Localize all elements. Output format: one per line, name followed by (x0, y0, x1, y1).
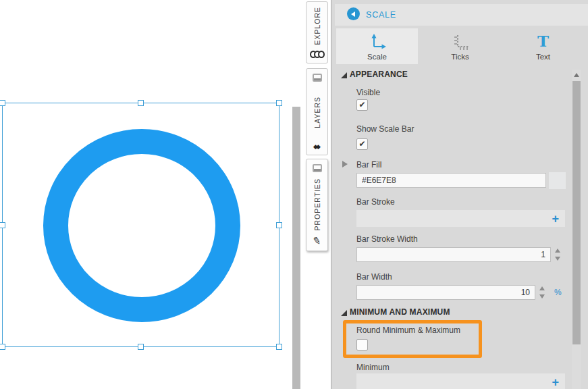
bar-width-unit: % (554, 288, 562, 297)
stepper-down-icon[interactable] (553, 255, 563, 262)
round-min-max-checkbox[interactable] (356, 339, 368, 351)
selection-handle-bottom-right[interactable] (276, 344, 282, 350)
bar-stroke-width-stepper (553, 247, 563, 262)
side-tabstrip: EXPLORE LAYERS ◆◆ PROPERTIES ✎ (305, 0, 331, 389)
selection-handle-bottom-left[interactable] (0, 344, 5, 350)
selection-handle-top-right[interactable] (276, 100, 282, 106)
bar-stroke-label: Bar Stroke (356, 197, 395, 207)
selection-handle-middle-left[interactable] (0, 222, 5, 228)
explore-reel-icon (310, 51, 325, 58)
pencil-icon: ✎ (312, 236, 322, 247)
tab-ticks[interactable]: Ticks (419, 28, 501, 64)
collapse-triangle-icon[interactable] (341, 310, 347, 316)
stepper-up-icon[interactable] (537, 285, 547, 292)
minimum-label: Minimum (356, 363, 390, 372)
tab-scale-label: Scale (367, 53, 387, 61)
show-scale-bar-checkbox[interactable]: ✔ (356, 138, 368, 150)
section-minmax-title[interactable]: MINIMUM AND MAXIMUM (350, 307, 450, 317)
ticks-axis-icon (450, 32, 471, 51)
add-minimum-button[interactable]: + (552, 376, 559, 388)
check-icon: ✔ (358, 100, 365, 110)
section-appearance-title[interactable]: APPEARANCE (350, 70, 408, 79)
tab-ticks-label: Ticks (451, 53, 469, 61)
panel-title: SCALE (366, 10, 396, 20)
selection-handle-bottom-middle[interactable] (138, 344, 144, 350)
properties-tab-label: PROPERTIES (313, 178, 321, 231)
canvas-scrollbar-thumb[interactable] (292, 107, 300, 389)
show-scale-bar-label: Show Scale Bar (356, 124, 414, 134)
selection-handle-top-middle[interactable] (138, 100, 144, 106)
layers-tab-label: LAYERS (313, 97, 321, 128)
stepper-up-icon[interactable] (553, 247, 563, 255)
selection-handle-middle-right[interactable] (276, 222, 282, 228)
collapse-triangle-icon[interactable] (341, 72, 347, 78)
back-button[interactable] (347, 7, 360, 20)
panel-header: SCALE (335, 4, 588, 26)
design-canvas[interactable] (0, 0, 331, 389)
round-min-max-label: Round Minimum & Maximum (356, 326, 460, 335)
expand-triangle-icon[interactable] (342, 161, 348, 167)
bar-fill-input[interactable] (356, 173, 546, 188)
scrollbar-up-arrow-icon[interactable] (572, 70, 581, 80)
bar-width-label: Bar Width (356, 272, 392, 282)
selection-handle-top-left[interactable] (0, 100, 5, 106)
tab-scale[interactable]: Scale (336, 28, 418, 64)
gauge-designer-app: EXPLORE LAYERS ◆◆ PROPERTIES ✎ SCALE (0, 0, 588, 389)
scale-axis-icon (368, 32, 387, 51)
stepper-down-icon[interactable] (537, 292, 547, 300)
bar-fill-label: Bar Fill (356, 160, 381, 170)
visible-label: Visible (356, 88, 380, 97)
back-icon (351, 11, 355, 17)
panel-scrollbar[interactable] (572, 70, 581, 389)
sidebar-tab-properties[interactable]: PROPERTIES ✎ (306, 159, 328, 251)
window-icon (313, 164, 322, 172)
properties-panel: SCALE Scale (331, 0, 588, 389)
sidebar-tab-explore[interactable]: EXPLORE (306, 1, 328, 63)
check-icon: ✔ (358, 139, 365, 149)
visible-checkbox[interactable]: ✔ (356, 99, 368, 111)
bar-stroke-field[interactable]: + (356, 210, 565, 227)
bar-width-input[interactable] (356, 285, 535, 300)
bar-stroke-width-label: Bar Stroke Width (356, 234, 418, 244)
tab-text-label: Text (536, 53, 550, 61)
selection-bounding-box (2, 103, 279, 347)
layers-diamonds-icon: ◆◆ (313, 143, 321, 150)
bar-fill-color-swatch[interactable] (549, 172, 566, 189)
tab-text[interactable]: T Text (502, 28, 584, 64)
minimum-field[interactable]: + (356, 373, 565, 389)
bar-stroke-width-input[interactable] (356, 247, 551, 262)
bar-width-stepper (537, 285, 547, 300)
explore-tab-label: EXPLORE (313, 7, 321, 45)
add-bar-stroke-button[interactable]: + (552, 213, 559, 225)
panel-scrollbar-thumb[interactable] (572, 81, 581, 344)
window-icon (313, 74, 322, 82)
sidebar-tab-layers[interactable]: LAYERS ◆◆ (306, 68, 328, 155)
text-icon: T (537, 33, 549, 49)
